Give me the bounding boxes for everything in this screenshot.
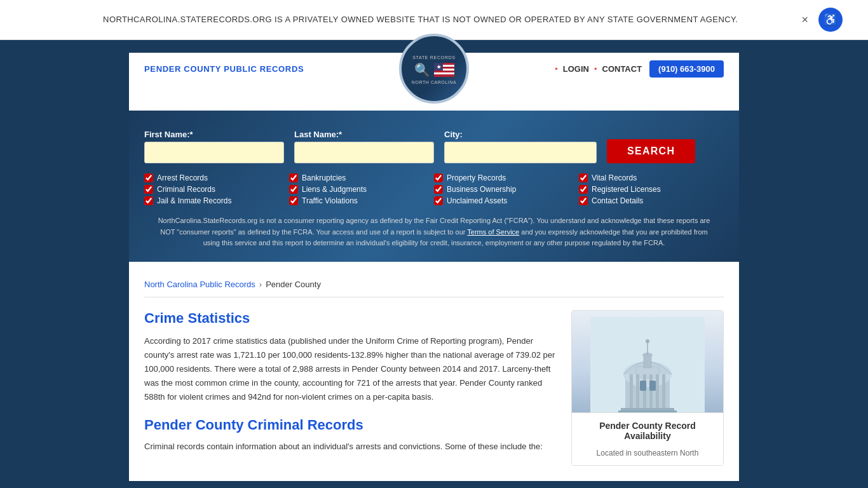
checkbox-jail[interactable]	[144, 196, 153, 205]
checkbox-item-unclaimed: Unclaimed Assets	[434, 196, 579, 205]
banner-text: NORTHCAROLINA.STATERECORDS.ORG IS A PRIV…	[50, 13, 791, 26]
banner-close-icon[interactable]: ×	[801, 13, 808, 27]
checkbox-business[interactable]	[434, 185, 443, 194]
search-area: First Name:* Last Name:* City: SEARCH Ar…	[129, 111, 739, 262]
nav-dot-2: •	[594, 64, 597, 74]
checkbox-traffic[interactable]	[289, 196, 298, 205]
first-name-input[interactable]	[144, 142, 284, 163]
card-header: PENDER COUNTY PUBLIC RECORDS STATE RECOR…	[129, 53, 739, 85]
svg-rect-22	[640, 381, 646, 391]
checkbox-label-business: Business Ownership	[447, 185, 516, 194]
svg-rect-9	[636, 367, 659, 378]
logo-text-top: STATE RECORDS	[412, 55, 456, 60]
sidebar: Pender County Record Availability Locate…	[571, 310, 724, 466]
checkbox-item-criminal: Criminal Records	[144, 185, 289, 194]
site-title: PENDER COUNTY PUBLIC RECORDS	[144, 64, 304, 74]
checkbox-vital[interactable]	[579, 173, 588, 182]
main-wrapper: PENDER COUNTY PUBLIC RECORDS STATE RECOR…	[0, 40, 868, 488]
breadcrumb-separator: ›	[259, 280, 262, 289]
checkbox-item-jail: Jail & Inmate Records	[144, 196, 289, 205]
login-link[interactable]: LOGIN	[563, 64, 589, 74]
city-label: City:	[444, 130, 597, 139]
city-input[interactable]	[444, 142, 597, 163]
building-icon	[590, 317, 705, 412]
nav-links: • LOGIN • CONTACT (910) 663-3900	[555, 60, 724, 78]
svg-rect-21	[618, 410, 677, 412]
checkbox-liens[interactable]	[289, 185, 298, 194]
checkbox-label-arrest: Arrest Records	[157, 173, 208, 182]
first-name-group: First Name:*	[144, 130, 284, 163]
checkbox-item-liens: Liens & Judgments	[289, 185, 434, 194]
checkbox-item-property: Property Records	[434, 173, 579, 182]
sidebar-card-subtitle: Located in southeastern North	[572, 449, 723, 465]
checkboxes-area: Arrest RecordsBankruptciesProperty Recor…	[144, 173, 724, 205]
city-group: City:	[444, 130, 597, 163]
last-name-input[interactable]	[294, 142, 434, 163]
accessibility-icon: ♿	[824, 13, 837, 27]
crime-stats-title: Crime Statistics	[144, 310, 556, 327]
criminal-records-text: Criminal records contain information abo…	[144, 440, 556, 454]
checkbox-item-contact: Contact Details	[579, 196, 724, 205]
sidebar-card: Pender County Record Availability Locate…	[571, 310, 724, 466]
sidebar-image	[572, 311, 723, 412]
svg-rect-16	[643, 374, 646, 409]
last-name-group: Last Name:*	[294, 130, 434, 163]
checkbox-registered[interactable]	[579, 185, 588, 194]
logo-text-bottom: NORTH CAROLINA	[412, 80, 456, 85]
search-button[interactable]: SEARCH	[607, 139, 695, 163]
checkbox-item-bankruptcies: Bankruptcies	[289, 173, 434, 182]
checkbox-unclaimed[interactable]	[434, 196, 443, 205]
contact-link[interactable]: CONTACT	[602, 64, 642, 74]
checkbox-item-traffic: Traffic Violations	[289, 196, 434, 205]
flag-icon: ★	[434, 63, 454, 77]
main-content: Crime Statistics According to 2017 crime…	[144, 310, 556, 466]
breadcrumb-parent[interactable]: North Carolina Public Records	[144, 280, 255, 289]
logo-icons: 🔍 ★	[414, 62, 454, 78]
checkbox-label-property: Property Records	[447, 173, 506, 182]
last-name-label: Last Name:*	[294, 130, 434, 139]
checkbox-item-registered: Registered Licenses	[579, 185, 724, 194]
svg-rect-15	[636, 374, 639, 409]
svg-rect-23	[649, 381, 656, 391]
main-card: PENDER COUNTY PUBLIC RECORDS STATE RECOR…	[129, 53, 739, 481]
disclaimer: NorthCarolina.StateRecords.org is not a …	[144, 215, 724, 249]
phone-button[interactable]: (910) 663-3900	[649, 60, 724, 78]
checkbox-bankruptcies[interactable]	[289, 173, 298, 182]
checkbox-label-jail: Jail & Inmate Records	[157, 196, 231, 205]
logo-circle: STATE RECORDS 🔍 ★	[399, 34, 469, 104]
checkbox-property[interactable]	[434, 173, 443, 182]
checkbox-contact[interactable]	[579, 196, 588, 205]
checkbox-item-vital: Vital Records	[579, 173, 724, 182]
checkbox-label-traffic: Traffic Violations	[302, 196, 358, 205]
svg-rect-14	[630, 374, 633, 409]
magnifier-icon: 🔍	[414, 62, 430, 78]
svg-rect-3	[434, 72, 454, 74]
svg-rect-17	[649, 374, 653, 409]
checkbox-label-bankruptcies: Bankruptcies	[302, 173, 346, 182]
logo-container: STATE RECORDS 🔍 ★	[399, 34, 469, 104]
breadcrumb-current: Pender County	[266, 280, 321, 289]
svg-rect-19	[662, 374, 665, 409]
checkbox-label-contact: Contact Details	[592, 196, 643, 205]
checkbox-criminal[interactable]	[144, 185, 153, 194]
checkbox-label-liens: Liens & Judgments	[302, 185, 367, 194]
body-content: North Carolina Public Records › Pender C…	[129, 262, 739, 481]
breadcrumb: North Carolina Public Records › Pender C…	[144, 272, 724, 297]
accessibility-button[interactable]: ♿	[818, 8, 843, 32]
tos-link[interactable]: Terms of Service	[467, 228, 519, 236]
checkbox-arrest[interactable]	[144, 173, 153, 182]
sidebar-card-title: Pender County Record Availability	[572, 412, 723, 449]
svg-text:★: ★	[436, 64, 441, 70]
checkbox-item-business: Business Ownership	[434, 185, 579, 194]
checkbox-label-criminal: Criminal Records	[157, 185, 215, 194]
checkbox-label-unclaimed: Unclaimed Assets	[447, 196, 507, 205]
svg-point-13	[646, 339, 649, 343]
criminal-records-title: Pender County Criminal Records	[144, 417, 556, 433]
checkbox-item-arrest: Arrest Records	[144, 173, 289, 182]
crime-stats-text: According to 2017 crime statistics data …	[144, 334, 556, 404]
nav-dot-1: •	[555, 64, 558, 74]
search-fields: First Name:* Last Name:* City: SEARCH	[144, 130, 724, 163]
checkbox-label-vital: Vital Records	[592, 173, 637, 182]
checkbox-label-registered: Registered Licenses	[592, 185, 661, 194]
first-name-label: First Name:*	[144, 130, 284, 139]
